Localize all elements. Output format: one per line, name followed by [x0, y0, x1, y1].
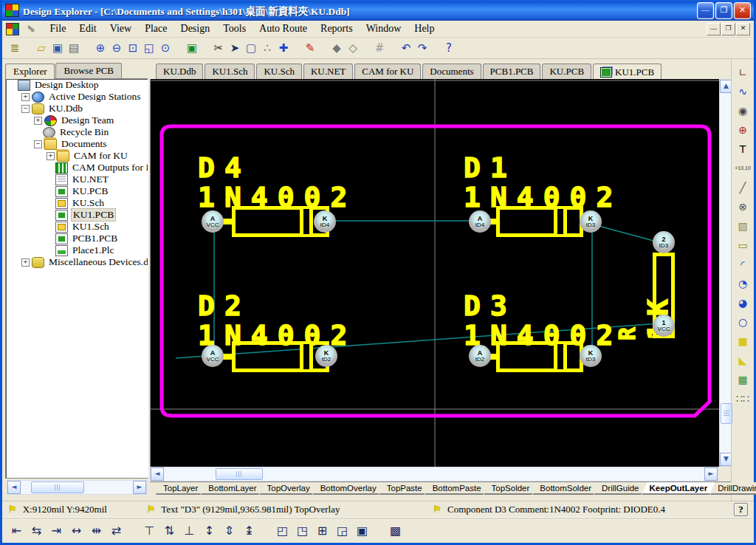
- undo-icon[interactable]: ↶: [398, 40, 414, 56]
- document-tab-ku.pcb[interactable]: KU.PCB: [542, 64, 591, 79]
- document-tab-pcb1.pcb[interactable]: PCB1.PCB: [483, 64, 541, 79]
- menu-design[interactable]: Design: [174, 21, 217, 35]
- place-fill-hatch-icon[interactable]: ▨: [735, 219, 751, 233]
- place-polygon-icon[interactable]: ◣: [735, 353, 751, 368]
- expand-toggle-icon[interactable]: −: [34, 140, 42, 148]
- menu-view[interactable]: View: [103, 21, 138, 35]
- diode-body[interactable]: [496, 206, 583, 237]
- mdi-close-button[interactable]: ✕: [736, 23, 750, 35]
- save-icon[interactable]: ▣: [49, 40, 66, 56]
- panel-horizontal-scrollbar[interactable]: ◄ ►: [7, 480, 147, 495]
- tree-item[interactable]: +CAM for KU: [6, 150, 148, 162]
- zoom-out-icon[interactable]: ⊖: [109, 40, 125, 56]
- component-placement-icon[interactable]: ▣: [354, 522, 371, 539]
- align-bottom-icon[interactable]: ⊥: [181, 522, 198, 539]
- document-tab-ku1.sch[interactable]: KU1.Sch: [205, 64, 255, 79]
- expand-toggle-icon[interactable]: +: [21, 258, 30, 267]
- pad-r-2[interactable]: 2tD3: [653, 231, 675, 253]
- place-circle-icon[interactable]: ○: [735, 315, 751, 329]
- place-string-icon[interactable]: T: [735, 142, 751, 157]
- select-arrow-icon[interactable]: ➤: [227, 40, 243, 56]
- move-to-grid-icon[interactable]: ◲: [334, 522, 351, 539]
- pad-d1-a[interactable]: AtD4: [469, 210, 491, 233]
- layer-tab-topsolder[interactable]: TopSolder: [484, 482, 537, 495]
- tree-item[interactable]: KU1.PCB: [6, 209, 148, 221]
- diode-body[interactable]: [496, 341, 583, 372]
- menu-reports[interactable]: Reports: [314, 21, 360, 35]
- zoom-in-icon[interactable]: ⊕: [92, 40, 109, 56]
- tree-item[interactable]: −Documents: [6, 138, 148, 150]
- layer-tab-keepoutlayer[interactable]: KeepOutLayer: [642, 482, 715, 495]
- minimize-button[interactable]: —: [697, 2, 714, 19]
- tree-item[interactable]: KU.NET: [6, 174, 148, 185]
- pad-r-1[interactable]: 1VCC: [653, 315, 675, 337]
- center-horizontal-icon[interactable]: ↔: [68, 522, 85, 539]
- camera-icon[interactable]: ▣: [184, 40, 200, 56]
- canvas-horizontal-scrollbar[interactable]: ◄ ►: [150, 467, 718, 481]
- scroll-left-button[interactable]: ◄: [7, 481, 21, 494]
- menu-edit[interactable]: Edit: [72, 21, 103, 35]
- help-icon[interactable]: ?: [441, 40, 457, 56]
- expand-toggle-icon[interactable]: +: [21, 93, 30, 101]
- restore-button[interactable]: ❐: [715, 2, 732, 19]
- tree-item[interactable]: KU.Sch: [6, 197, 148, 209]
- menu-window[interactable]: Window: [360, 21, 408, 35]
- pcb-canvas[interactable]: D41N4002AVCCKtD4D11N4002AtD4KtD3D21N4002…: [150, 79, 719, 467]
- mdi-minimize-button[interactable]: —: [707, 23, 721, 35]
- scroll-thumb[interactable]: [216, 468, 263, 480]
- layer-tab-bottompaste[interactable]: BottomPaste: [425, 482, 489, 495]
- panel-tab-explorer[interactable]: Explorer: [5, 64, 55, 79]
- place-component-icon[interactable]: ▭: [735, 238, 751, 253]
- place-smart-route-icon[interactable]: ∿: [735, 84, 751, 99]
- print-icon[interactable]: ▤: [66, 40, 82, 56]
- pad-d3-a[interactable]: AtD2: [469, 345, 491, 367]
- layer-tab-bottomsolder[interactable]: BottomSolder: [532, 482, 599, 495]
- distribute-horizontal-icon[interactable]: ⇹: [88, 522, 105, 539]
- center-vertical-icon[interactable]: ↕: [201, 522, 218, 539]
- silkscreen-text[interactable]: D11N4002: [464, 153, 622, 212]
- tree-item[interactable]: PCB1.PCB: [6, 233, 148, 244]
- layer-tab-topoverlay[interactable]: TopOverlay: [260, 482, 317, 495]
- context-help-button[interactable]: ?: [734, 503, 748, 516]
- menu-tools[interactable]: Tools: [216, 21, 252, 35]
- expand-toggle-icon[interactable]: −: [21, 105, 30, 113]
- align-right-icon[interactable]: ⇥: [48, 522, 65, 539]
- pad-d4-k[interactable]: KtD4: [314, 210, 336, 233]
- tree-item[interactable]: CAM Outputs for KU: [6, 162, 148, 174]
- tree-item[interactable]: +Active Design Stations: [6, 91, 148, 103]
- place-track-icon[interactable]: ∟: [735, 65, 751, 80]
- design-manager-icon[interactable]: ≣: [7, 40, 23, 56]
- scroll-thumb[interactable]: [721, 403, 732, 424]
- scroll-right-button[interactable]: ►: [704, 467, 718, 481]
- expand-toggle-icon[interactable]: +: [47, 152, 55, 160]
- document-tab-documents[interactable]: Documents: [422, 64, 481, 79]
- document-tab-cam-for-ku[interactable]: CAM for KU: [354, 64, 421, 79]
- move-icon[interactable]: ✚: [275, 40, 292, 56]
- layer-tab-drillguide[interactable]: DrillGuide: [594, 482, 647, 495]
- arrange-board-icon[interactable]: ⊞: [314, 522, 331, 539]
- document-tab-ku1.pcb[interactable]: KU1.PCB: [593, 64, 662, 80]
- mdi-restore-button[interactable]: ❐: [721, 23, 735, 35]
- place-arc-center-icon[interactable]: ◔: [735, 276, 751, 291]
- space-horizontal-icon[interactable]: ⇄: [108, 522, 125, 539]
- tree-item[interactable]: KU.PCB: [6, 185, 148, 197]
- zoom-document-icon[interactable]: ◱: [141, 40, 157, 56]
- grid-icon[interactable]: #: [371, 40, 388, 56]
- select-area-icon[interactable]: ▢: [243, 40, 259, 56]
- pad-d2-a[interactable]: AVCC: [202, 345, 224, 367]
- shield-on-icon[interactable]: ◆: [329, 40, 345, 56]
- tree-item[interactable]: +Miscellaneous Devices.ddb: [6, 256, 148, 268]
- pad-d3-k[interactable]: KtD3: [580, 345, 602, 367]
- place-paste-array-icon[interactable]: ▦: [735, 372, 751, 387]
- layer-tab-drilldrawing[interactable]: DrillDrawing: [710, 482, 756, 495]
- place-arc-edge-icon[interactable]: ◜: [735, 257, 751, 272]
- menu-file[interactable]: File: [44, 21, 73, 35]
- zoom-point-icon[interactable]: ⊙: [157, 40, 173, 56]
- app-menu-icon[interactable]: [6, 23, 19, 35]
- redo-icon[interactable]: ↷: [414, 40, 430, 56]
- highlight-wand-icon[interactable]: ✎: [302, 40, 318, 56]
- close-button[interactable]: ✕: [734, 2, 751, 19]
- menu-help[interactable]: Help: [408, 21, 441, 35]
- tree-item[interactable]: +Design Team: [6, 114, 148, 126]
- scroll-right-button[interactable]: ►: [133, 481, 146, 494]
